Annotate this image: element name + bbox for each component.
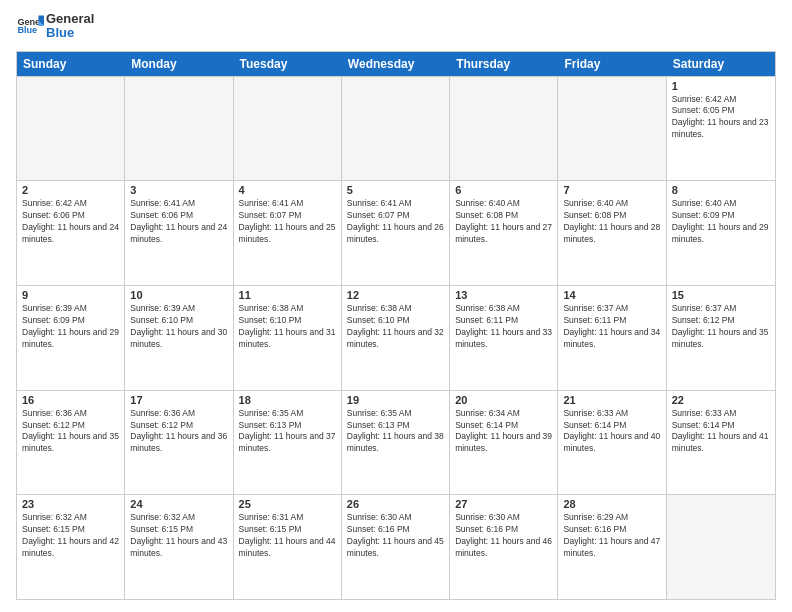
day-info: Sunrise: 6:30 AM Sunset: 6:16 PM Dayligh… bbox=[455, 512, 552, 560]
header: General Blue General Blue bbox=[16, 12, 776, 41]
day-number: 5 bbox=[347, 184, 444, 196]
calendar-cell-w1d4: 6Sunrise: 6:40 AM Sunset: 6:08 PM Daylig… bbox=[450, 181, 558, 285]
calendar-cell-w1d6: 8Sunrise: 6:40 AM Sunset: 6:09 PM Daylig… bbox=[667, 181, 775, 285]
day-info: Sunrise: 6:30 AM Sunset: 6:16 PM Dayligh… bbox=[347, 512, 444, 560]
header-day-monday: Monday bbox=[125, 52, 233, 76]
day-number: 25 bbox=[239, 498, 336, 510]
day-info: Sunrise: 6:32 AM Sunset: 6:15 PM Dayligh… bbox=[130, 512, 227, 560]
logo-general: General bbox=[46, 12, 94, 26]
calendar-cell-w0d0 bbox=[17, 77, 125, 181]
calendar-cell-w4d4: 27Sunrise: 6:30 AM Sunset: 6:16 PM Dayli… bbox=[450, 495, 558, 599]
day-number: 19 bbox=[347, 394, 444, 406]
calendar-cell-w3d4: 20Sunrise: 6:34 AM Sunset: 6:14 PM Dayli… bbox=[450, 391, 558, 495]
day-number: 12 bbox=[347, 289, 444, 301]
day-info: Sunrise: 6:36 AM Sunset: 6:12 PM Dayligh… bbox=[22, 408, 119, 456]
day-info: Sunrise: 6:38 AM Sunset: 6:10 PM Dayligh… bbox=[347, 303, 444, 351]
day-number: 27 bbox=[455, 498, 552, 510]
day-info: Sunrise: 6:38 AM Sunset: 6:11 PM Dayligh… bbox=[455, 303, 552, 351]
calendar-cell-w1d3: 5Sunrise: 6:41 AM Sunset: 6:07 PM Daylig… bbox=[342, 181, 450, 285]
day-info: Sunrise: 6:32 AM Sunset: 6:15 PM Dayligh… bbox=[22, 512, 119, 560]
calendar-row-3: 16Sunrise: 6:36 AM Sunset: 6:12 PM Dayli… bbox=[17, 390, 775, 495]
calendar-cell-w2d5: 14Sunrise: 6:37 AM Sunset: 6:11 PM Dayli… bbox=[558, 286, 666, 390]
header-day-wednesday: Wednesday bbox=[342, 52, 450, 76]
day-info: Sunrise: 6:31 AM Sunset: 6:15 PM Dayligh… bbox=[239, 512, 336, 560]
calendar-cell-w0d6: 1Sunrise: 6:42 AM Sunset: 6:05 PM Daylig… bbox=[667, 77, 775, 181]
day-info: Sunrise: 6:40 AM Sunset: 6:08 PM Dayligh… bbox=[455, 198, 552, 246]
day-info: Sunrise: 6:29 AM Sunset: 6:16 PM Dayligh… bbox=[563, 512, 660, 560]
day-info: Sunrise: 6:39 AM Sunset: 6:09 PM Dayligh… bbox=[22, 303, 119, 351]
calendar-cell-w0d4 bbox=[450, 77, 558, 181]
calendar-cell-w4d2: 25Sunrise: 6:31 AM Sunset: 6:15 PM Dayli… bbox=[234, 495, 342, 599]
calendar-row-1: 2Sunrise: 6:42 AM Sunset: 6:06 PM Daylig… bbox=[17, 180, 775, 285]
day-info: Sunrise: 6:37 AM Sunset: 6:12 PM Dayligh… bbox=[672, 303, 770, 351]
day-number: 10 bbox=[130, 289, 227, 301]
day-info: Sunrise: 6:36 AM Sunset: 6:12 PM Dayligh… bbox=[130, 408, 227, 456]
calendar-cell-w3d0: 16Sunrise: 6:36 AM Sunset: 6:12 PM Dayli… bbox=[17, 391, 125, 495]
calendar-cell-w3d3: 19Sunrise: 6:35 AM Sunset: 6:13 PM Dayli… bbox=[342, 391, 450, 495]
calendar-body: 1Sunrise: 6:42 AM Sunset: 6:05 PM Daylig… bbox=[17, 76, 775, 599]
calendar-cell-w0d1 bbox=[125, 77, 233, 181]
calendar-cell-w0d5 bbox=[558, 77, 666, 181]
logo-icon: General Blue bbox=[16, 12, 44, 40]
calendar-cell-w2d4: 13Sunrise: 6:38 AM Sunset: 6:11 PM Dayli… bbox=[450, 286, 558, 390]
day-number: 14 bbox=[563, 289, 660, 301]
day-number: 20 bbox=[455, 394, 552, 406]
svg-text:Blue: Blue bbox=[17, 25, 37, 35]
day-number: 8 bbox=[672, 184, 770, 196]
day-info: Sunrise: 6:33 AM Sunset: 6:14 PM Dayligh… bbox=[563, 408, 660, 456]
calendar-cell-w4d5: 28Sunrise: 6:29 AM Sunset: 6:16 PM Dayli… bbox=[558, 495, 666, 599]
day-info: Sunrise: 6:41 AM Sunset: 6:07 PM Dayligh… bbox=[239, 198, 336, 246]
day-number: 15 bbox=[672, 289, 770, 301]
calendar-cell-w1d5: 7Sunrise: 6:40 AM Sunset: 6:08 PM Daylig… bbox=[558, 181, 666, 285]
day-number: 6 bbox=[455, 184, 552, 196]
day-number: 21 bbox=[563, 394, 660, 406]
day-number: 7 bbox=[563, 184, 660, 196]
calendar: SundayMondayTuesdayWednesdayThursdayFrid… bbox=[16, 51, 776, 600]
calendar-cell-w3d6: 22Sunrise: 6:33 AM Sunset: 6:14 PM Dayli… bbox=[667, 391, 775, 495]
day-info: Sunrise: 6:38 AM Sunset: 6:10 PM Dayligh… bbox=[239, 303, 336, 351]
calendar-cell-w2d3: 12Sunrise: 6:38 AM Sunset: 6:10 PM Dayli… bbox=[342, 286, 450, 390]
calendar-cell-w3d5: 21Sunrise: 6:33 AM Sunset: 6:14 PM Dayli… bbox=[558, 391, 666, 495]
page: General Blue General Blue SundayMondayTu… bbox=[0, 0, 792, 612]
calendar-cell-w1d2: 4Sunrise: 6:41 AM Sunset: 6:07 PM Daylig… bbox=[234, 181, 342, 285]
day-number: 3 bbox=[130, 184, 227, 196]
day-number: 26 bbox=[347, 498, 444, 510]
day-number: 11 bbox=[239, 289, 336, 301]
logo: General Blue General Blue bbox=[16, 12, 94, 41]
calendar-row-2: 9Sunrise: 6:39 AM Sunset: 6:09 PM Daylig… bbox=[17, 285, 775, 390]
calendar-cell-w0d2 bbox=[234, 77, 342, 181]
day-number: 16 bbox=[22, 394, 119, 406]
calendar-cell-w4d1: 24Sunrise: 6:32 AM Sunset: 6:15 PM Dayli… bbox=[125, 495, 233, 599]
calendar-header: SundayMondayTuesdayWednesdayThursdayFrid… bbox=[17, 52, 775, 76]
calendar-cell-w2d1: 10Sunrise: 6:39 AM Sunset: 6:10 PM Dayli… bbox=[125, 286, 233, 390]
day-info: Sunrise: 6:34 AM Sunset: 6:14 PM Dayligh… bbox=[455, 408, 552, 456]
calendar-cell-w3d1: 17Sunrise: 6:36 AM Sunset: 6:12 PM Dayli… bbox=[125, 391, 233, 495]
day-number: 18 bbox=[239, 394, 336, 406]
calendar-cell-w2d6: 15Sunrise: 6:37 AM Sunset: 6:12 PM Dayli… bbox=[667, 286, 775, 390]
calendar-row-4: 23Sunrise: 6:32 AM Sunset: 6:15 PM Dayli… bbox=[17, 494, 775, 599]
calendar-row-0: 1Sunrise: 6:42 AM Sunset: 6:05 PM Daylig… bbox=[17, 76, 775, 181]
calendar-cell-w4d6 bbox=[667, 495, 775, 599]
day-info: Sunrise: 6:40 AM Sunset: 6:08 PM Dayligh… bbox=[563, 198, 660, 246]
day-info: Sunrise: 6:33 AM Sunset: 6:14 PM Dayligh… bbox=[672, 408, 770, 456]
calendar-cell-w1d0: 2Sunrise: 6:42 AM Sunset: 6:06 PM Daylig… bbox=[17, 181, 125, 285]
calendar-cell-w2d0: 9Sunrise: 6:39 AM Sunset: 6:09 PM Daylig… bbox=[17, 286, 125, 390]
header-day-tuesday: Tuesday bbox=[234, 52, 342, 76]
header-day-saturday: Saturday bbox=[667, 52, 775, 76]
calendar-cell-w4d3: 26Sunrise: 6:30 AM Sunset: 6:16 PM Dayli… bbox=[342, 495, 450, 599]
day-info: Sunrise: 6:39 AM Sunset: 6:10 PM Dayligh… bbox=[130, 303, 227, 351]
calendar-cell-w3d2: 18Sunrise: 6:35 AM Sunset: 6:13 PM Dayli… bbox=[234, 391, 342, 495]
header-day-thursday: Thursday bbox=[450, 52, 558, 76]
calendar-cell-w0d3 bbox=[342, 77, 450, 181]
day-number: 13 bbox=[455, 289, 552, 301]
calendar-cell-w1d1: 3Sunrise: 6:41 AM Sunset: 6:06 PM Daylig… bbox=[125, 181, 233, 285]
day-number: 24 bbox=[130, 498, 227, 510]
day-number: 23 bbox=[22, 498, 119, 510]
day-info: Sunrise: 6:35 AM Sunset: 6:13 PM Dayligh… bbox=[347, 408, 444, 456]
day-info: Sunrise: 6:42 AM Sunset: 6:06 PM Dayligh… bbox=[22, 198, 119, 246]
day-number: 9 bbox=[22, 289, 119, 301]
day-number: 28 bbox=[563, 498, 660, 510]
day-info: Sunrise: 6:35 AM Sunset: 6:13 PM Dayligh… bbox=[239, 408, 336, 456]
day-info: Sunrise: 6:41 AM Sunset: 6:07 PM Dayligh… bbox=[347, 198, 444, 246]
header-day-friday: Friday bbox=[558, 52, 666, 76]
